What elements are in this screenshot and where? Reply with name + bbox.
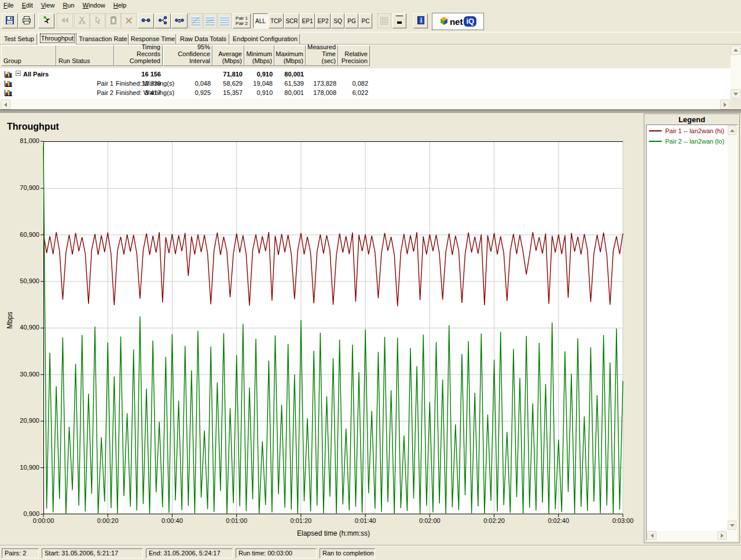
- pair-list-button[interactable]: Pair 1Pair 2: [233, 13, 251, 28]
- filter-button-ep2[interactable]: EP2: [316, 13, 331, 28]
- logo-text-net: net: [450, 17, 463, 27]
- menu-view[interactable]: View: [38, 1, 60, 10]
- copy-button[interactable]: [90, 13, 105, 28]
- add-pair-icon: [141, 16, 151, 26]
- column-header-timing-records[interactable]: Timing Records Completed: [114, 45, 163, 66]
- help-info-button[interactable]: [413, 13, 428, 28]
- filter-button-label: PC: [362, 18, 370, 24]
- delete-button[interactable]: [121, 13, 137, 28]
- menu-file[interactable]: File: [0, 1, 19, 10]
- chart-plot-area: [43, 141, 623, 514]
- filter-button-pg[interactable]: PG: [345, 13, 358, 28]
- table-row-pair-2[interactable]: Pair 2Finished: Warning(s)3 4170,92515,3…: [0, 88, 731, 97]
- table-row-all-pairs[interactable]: All Pairs16 15671,8100,91080,001: [0, 69, 731, 79]
- filter-button-tcp[interactable]: TCP: [269, 13, 284, 28]
- filter-button-label: SCR: [285, 18, 298, 24]
- add-pair-button[interactable]: [138, 13, 154, 28]
- save-button[interactable]: [2, 13, 18, 28]
- y-tick-label: 50,900: [2, 277, 39, 284]
- pane-splitter[interactable]: [0, 109, 741, 114]
- collapse-expander[interactable]: [16, 71, 21, 76]
- x-tick-label: 0:00:20: [89, 517, 127, 524]
- add-multicast-button[interactable]: [171, 13, 188, 28]
- legend-vertical-scrollbar[interactable]: [728, 125, 737, 530]
- cut-icon: [78, 16, 87, 26]
- add-group-button[interactable]: [155, 13, 171, 28]
- legend-scroll-down-button[interactable]: [728, 521, 736, 530]
- scroll-up-button[interactable]: [731, 45, 740, 55]
- filter-button-scr[interactable]: SCR: [284, 13, 299, 28]
- status-cell-2: End: 31.05.2006, 5:24:17: [146, 548, 233, 558]
- legend-scroll-up-button[interactable]: [728, 126, 736, 135]
- group-label: All Pairs: [23, 71, 49, 78]
- menu-window[interactable]: Window: [79, 1, 110, 10]
- column-header-95-confidence[interactable]: 95% Confidence Interval: [163, 45, 212, 66]
- rewind-button[interactable]: [57, 13, 73, 28]
- delete-x-icon: [124, 16, 134, 26]
- pair-tool-disabled-2[interactable]: [203, 13, 217, 28]
- chart-title: Throughput: [7, 122, 59, 132]
- pair-list-label: Pair 1Pair 2: [236, 16, 248, 26]
- status-cell-4: Ran to completion: [320, 548, 375, 558]
- tab-response-time[interactable]: Response Time: [130, 34, 176, 44]
- checkered-icon: [220, 16, 229, 25]
- column-header-maximum[interactable]: Maximum (Mbps): [274, 45, 306, 66]
- filter-button-all[interactable]: ALL: [253, 13, 268, 28]
- filter-button-label: EP1: [302, 18, 313, 24]
- tab-test-setup[interactable]: Test Setup: [1, 34, 37, 44]
- paste-button[interactable]: [105, 13, 121, 28]
- pair-chart-icon: [4, 71, 13, 79]
- logo-text-iq: iQ: [464, 16, 476, 27]
- scroll-left-button[interactable]: [1, 100, 10, 109]
- scroll-right-button[interactable]: [720, 100, 730, 109]
- pair-tool-disabled-3[interactable]: [218, 13, 232, 28]
- scrollbar-corner: [731, 99, 741, 110]
- chart-panel: Throughput Mbps Elapsed time (h:mm:ss) 8…: [0, 114, 643, 543]
- x-tick-label: 0:02:40: [540, 517, 578, 524]
- table-horizontal-scrollbar[interactable]: [0, 99, 731, 110]
- results-table-header: GroupRun StatusTiming Records Completed9…: [0, 45, 731, 68]
- filter-button-label: TCP: [270, 18, 282, 24]
- legend-title: Legend: [644, 114, 739, 124]
- paste-icon: [109, 16, 118, 26]
- column-header-relative[interactable]: Relative Precision: [338, 45, 370, 66]
- pair-tool-disabled-1[interactable]: [189, 13, 203, 28]
- pattern-tool-button[interactable]: [377, 13, 391, 28]
- y-tick-label: 60,900: [2, 231, 39, 238]
- lines-icon: [396, 16, 403, 21]
- pointer-icon: [93, 16, 102, 26]
- table-vertical-scrollbar[interactable]: [731, 45, 741, 99]
- column-header-group[interactable]: Group: [1, 45, 56, 66]
- column-header-run-status[interactable]: Run Status: [56, 45, 114, 66]
- tab-throughput[interactable]: Throughput: [38, 32, 76, 45]
- y-tick-label: 20,900: [2, 417, 39, 424]
- scroll-down-button[interactable]: [731, 89, 740, 99]
- cut-button[interactable]: [74, 13, 90, 28]
- column-header-average[interactable]: Average (Mbps): [212, 45, 244, 66]
- legend-listbox[interactable]: Pair 1 -- lan2wan (hi)Pair 2 -- lan2wan …: [646, 125, 738, 541]
- tab-endpoint-configuration[interactable]: Endpoint Configuration: [230, 34, 300, 44]
- filter-button-ep1[interactable]: EP1: [300, 13, 315, 28]
- table-row-pair-1[interactable]: Pair 1Finished: Warning(s)12 7390,04858,…: [0, 79, 731, 88]
- tab-raw-data-totals[interactable]: Raw Data Totals: [177, 34, 229, 44]
- legend-scroll-right-button[interactable]: [717, 531, 727, 540]
- save-icon: [5, 16, 14, 26]
- tab-transaction-rate[interactable]: Transaction Rate: [78, 34, 129, 44]
- filter-button-sq[interactable]: SQ: [331, 13, 344, 28]
- dot-pattern-icon: [380, 17, 388, 25]
- x-tick-label: 0:01:00: [218, 517, 256, 524]
- run-test-button[interactable]: [38, 13, 54, 28]
- filter-button-pc[interactable]: PC: [359, 13, 372, 28]
- menu-edit[interactable]: Edit: [19, 1, 38, 10]
- cell-value: 80,001: [252, 71, 304, 78]
- legend-horizontal-scrollbar[interactable]: [647, 531, 737, 540]
- column-header-measured[interactable]: Measured Time (sec): [306, 45, 338, 66]
- legend-scroll-left-button[interactable]: [647, 531, 656, 540]
- legend-panel: Legend Pair 1 -- lan2wan (hi)Pair 2 -- l…: [644, 114, 740, 543]
- report-lines-button[interactable]: [392, 13, 406, 28]
- menu-run[interactable]: Run: [59, 1, 79, 10]
- column-header-minimum[interactable]: Minimum (Mbps): [244, 45, 274, 66]
- menu-help[interactable]: Help: [110, 1, 131, 10]
- y-tick-label: 0,900: [2, 510, 39, 517]
- print-button[interactable]: [19, 13, 35, 28]
